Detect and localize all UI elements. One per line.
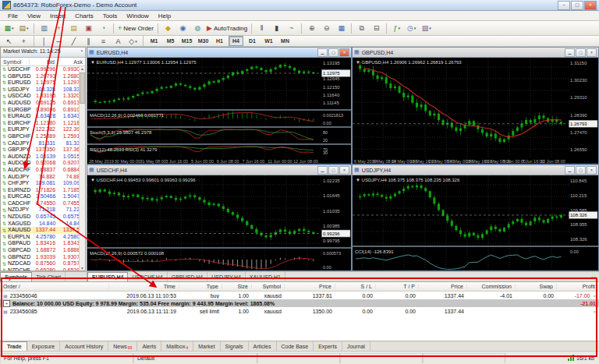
- chart-close-button[interactable]: ×: [587, 166, 597, 175]
- toolbox-tab-trade[interactable]: Trade: [2, 341, 27, 351]
- metaeditor-button[interactable]: ◆: [161, 22, 175, 35]
- chart-minimize-button[interactable]: ▁: [317, 48, 328, 57]
- chart-close-button[interactable]: ×: [339, 166, 349, 175]
- chart-tab-eurusd-h4[interactable]: EURUSD,H4: [87, 272, 128, 281]
- toolbox-tab-news[interactable]: News99: [108, 341, 137, 351]
- chart-minimize-button[interactable]: ▁: [565, 48, 575, 57]
- market-watch-row-usdchf[interactable]: ⇅USDCHF0.992960.99302: [1, 66, 85, 73]
- chart-window-titlebar[interactable]: ▦USDJPY,H4▁▢×: [353, 165, 598, 175]
- toolbox-tab-account-history[interactable]: Account History: [60, 341, 108, 351]
- text-label-button[interactable]: A: [112, 34, 125, 48]
- toolbox-tab-journal[interactable]: Journal: [342, 341, 370, 351]
- toolbox-tab-code-base[interactable]: Code Base: [277, 341, 314, 351]
- timeframe-m1-button[interactable]: M1: [147, 36, 161, 46]
- toolbox-tab-exposure[interactable]: Exposure: [27, 341, 61, 351]
- market-watch-row-nzdchf[interactable]: ⇅NZDCHF0.652800.65290: [1, 267, 85, 270]
- market-watch-row-xagusd[interactable]: ⇅XAGUSD14.84014.846: [1, 221, 85, 228]
- column-ask[interactable]: Ask: [57, 59, 85, 65]
- market-watch-scrollbar[interactable]: ▲▼: [79, 66, 85, 270]
- menu-file[interactable]: File: [3, 12, 23, 19]
- chart-close-button[interactable]: ×: [587, 48, 597, 57]
- timeframe-m15-button[interactable]: M15: [179, 36, 194, 46]
- chart-maximize-button[interactable]: ▢: [328, 48, 338, 57]
- chart-window-titlebar[interactable]: ▦EURUSD,H4▁▢×: [87, 48, 351, 58]
- navigator-button[interactable]: ▤: [67, 22, 80, 35]
- chart-tab-usdchf-h4[interactable]: USDCHF,H4: [128, 272, 167, 281]
- minimize-button[interactable]: –: [558, 1, 570, 10]
- chart-maximize-button[interactable]: ▢: [576, 48, 586, 57]
- chart-canvas-usdchf[interactable]: 1.022351.016451.010351.003850.997950.992…: [87, 175, 351, 270]
- market-watch-row-gbpaud[interactable]: ⇅GBPAUD1.834161.83435: [1, 240, 85, 247]
- crosshair-button[interactable]: +: [17, 34, 30, 48]
- horizontal-line-button[interactable]: ─: [52, 34, 66, 48]
- chart-maximize-button[interactable]: ▢: [576, 166, 586, 175]
- line-chart-button[interactable]: ~: [285, 22, 298, 35]
- periods-button[interactable]: ◷▾: [405, 22, 418, 35]
- chart-window-titlebar[interactable]: ▦GBPUSD,H4▁▢×: [353, 48, 598, 58]
- trade-column-sl[interactable]: S / L: [335, 284, 376, 289]
- timeframe-d1-button[interactable]: D1: [245, 36, 260, 46]
- toolbox-tab-articles[interactable]: Articles: [249, 341, 277, 351]
- market-watch-tab-symbols[interactable]: Symbols: [0, 272, 32, 281]
- market-watch-row-gbpchf[interactable]: ⇅GBPCHF1.258891.25917: [1, 133, 85, 140]
- column-symbol[interactable]: Symbol: [1, 59, 29, 65]
- trade-order-row[interactable]: ▤2334560852019.06.13 11:11:19sell limit1…: [0, 307, 599, 315]
- close-order-icon[interactable]: ×: [593, 309, 596, 314]
- trade-column-commission[interactable]: Commission: [467, 284, 516, 289]
- column-bid[interactable]: Bid: [29, 59, 57, 65]
- trade-column-price[interactable]: Price: [419, 284, 467, 289]
- timeframe-h4-button[interactable]: H4: [229, 36, 243, 46]
- chart-minimize-button[interactable]: ▁: [317, 166, 328, 175]
- toolbox-tab-mailbox[interactable]: Mailbox4: [161, 341, 193, 351]
- toolbox-tab-alerts[interactable]: Alerts: [137, 341, 161, 351]
- market-watch-row-audchf[interactable]: ⇅AUDCHF0.688370.68848: [1, 167, 85, 174]
- trade-column-tp[interactable]: T / P: [376, 284, 419, 289]
- trade-column-time[interactable]: Time: [109, 284, 179, 289]
- market-watch-row-nzdjpy[interactable]: ⇅NZDJPY71.21871.225: [1, 207, 85, 214]
- strategy-tester-button[interactable]: ◔: [97, 22, 110, 35]
- trendline-button[interactable]: ╱: [67, 34, 80, 48]
- cursor-button[interactable]: ↖: [2, 34, 16, 48]
- timeframe-m30-button[interactable]: M30: [196, 36, 211, 46]
- close-button[interactable]: ×: [584, 1, 597, 10]
- market-watch-row-audjpy[interactable]: ⇅AUDJPY74.88274.888: [1, 174, 85, 181]
- market-watch-row-nzdusd[interactable]: ⇅NZDUSD0.657430.65751: [1, 214, 85, 221]
- market-watch-row-cadchf[interactable]: ⇅CADCHF0.745500.74559: [1, 200, 85, 207]
- chart-canvas-usdjpy[interactable]: 110.845110.215109.585108.955108.326108.3…: [353, 175, 598, 270]
- chart-canvas-eurusd[interactable]: 1.131951.129751.126451.121501.116401.111…: [87, 58, 351, 164]
- chart-maximize-button[interactable]: ▢: [328, 166, 338, 175]
- chart-window-usdchf[interactable]: ▦USDCHF,H4▁▢×1.022351.016451.010351.0038…: [87, 164, 352, 271]
- chart-window-eurusd[interactable]: ▦EURUSD,H4▁▢×1.131951.129751.126451.1215…: [87, 47, 352, 164]
- chart-window-titlebar[interactable]: ▦USDCHF,H4▁▢×: [87, 165, 351, 175]
- fibonacci-retracement-button[interactable]: ≡: [97, 34, 110, 48]
- market-watch-row-cadjpy[interactable]: ⇅CADJPY81.33181.338: [1, 140, 85, 147]
- market-watch-row-chfjpy[interactable]: ⇅CHFJPY109.081109.096: [1, 180, 85, 187]
- market-watch-tab-tick-chart[interactable]: Tick Chart: [32, 272, 66, 281]
- trade-column-swap[interactable]: Swap: [516, 284, 557, 289]
- timeframe-mn-button[interactable]: MN: [278, 36, 292, 46]
- market-watch-row-eurpln[interactable]: ⇅EURPLN4.257804.25800: [1, 234, 85, 241]
- market-watch-row-audnzd[interactable]: ⇅AUDNZD1.051391.05154: [1, 154, 85, 161]
- maximize-button[interactable]: ▢: [571, 1, 583, 10]
- tab-scroll-arrows[interactable]: ◂▸: [590, 272, 599, 281]
- market-watch-row-euraud[interactable]: ⇅EURAUD1.634281.63436: [1, 113, 85, 120]
- chart-tab-usdjpy-h4[interactable]: USDJPY,H4: [207, 272, 246, 281]
- community-button[interactable]: ◍: [191, 22, 204, 35]
- menu-tools[interactable]: Tools: [98, 12, 122, 19]
- new-order-button[interactable]: +New Order: [117, 22, 154, 35]
- market-watch-row-nzdcad[interactable]: ⇅NZDCAD0.875600.87574: [1, 260, 85, 267]
- trade-column-type[interactable]: Type: [179, 284, 222, 289]
- trade-column-order[interactable]: Order /: [0, 284, 109, 289]
- cascade-windows-button[interactable]: ⧉: [355, 22, 368, 35]
- chart-minimize-button[interactable]: ▁: [565, 166, 575, 175]
- market-watch-row-eurnzd[interactable]: ⇅EURNZD1.718261.71850: [1, 187, 85, 194]
- vertical-line-button[interactable]: │: [37, 34, 51, 48]
- zoom-in-button[interactable]: ⊕: [305, 22, 318, 35]
- menu-view[interactable]: View: [23, 12, 45, 19]
- autotrading-button[interactable]: ▶AutoTrading: [206, 22, 248, 35]
- profiles-button[interactable]: ▤▾: [17, 22, 30, 35]
- trade-column-size[interactable]: Size: [222, 284, 252, 289]
- profile-user-button[interactable]: ◉: [176, 22, 190, 35]
- chart-window-usdjpy[interactable]: ▦USDJPY,H4▁▢×110.845110.215109.585108.95…: [352, 164, 599, 271]
- market-watch-row-gbpcad[interactable]: ⇅GBPCAD1.688721.68889: [1, 247, 85, 254]
